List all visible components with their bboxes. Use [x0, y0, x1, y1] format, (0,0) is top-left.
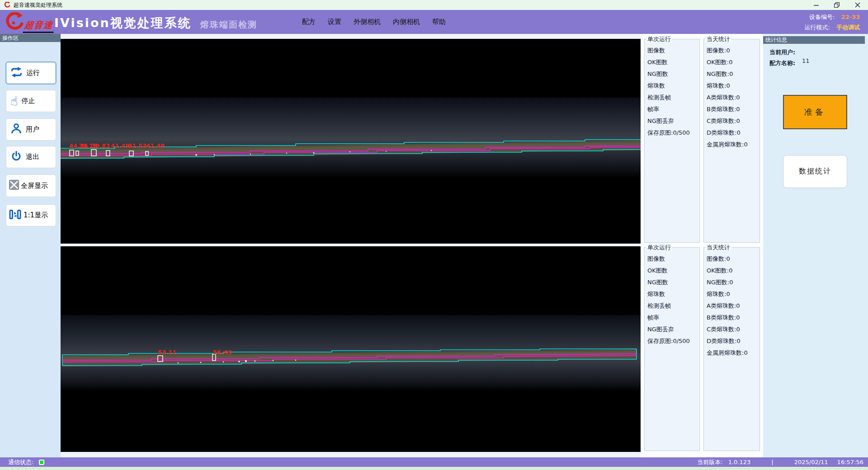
stat-bead-count: 熔珠数	[645, 288, 699, 300]
info-panel: 统计信息 当前用户: 配方名称: 11 准备 数据统计	[763, 34, 868, 457]
restore-button[interactable]	[826, 0, 847, 10]
daily-metal-beads: 金属屑熔珠数:0	[704, 347, 760, 359]
stop-button[interactable]: ☝ 停止	[6, 90, 56, 112]
current-user-label: 当前用户:	[769, 48, 795, 56]
run-mode-label: 运行模式:	[805, 24, 830, 32]
stats-column: 单次运行 图像数 OK图数 NG图数 熔珠数 检测丢帧 帧率 NG图丢弃 保存原…	[641, 34, 763, 457]
device-no-label: 设备编号:	[809, 13, 835, 21]
daily-ok-count: OK图数:0	[704, 56, 760, 68]
daily-c-beads: C类熔珠数:0	[704, 115, 760, 127]
menu-item-recipe[interactable]: 配方	[302, 18, 316, 26]
measurement-label: 39.83	[91, 142, 110, 149]
camera-view-inner: 53.11 56.43	[61, 246, 641, 452]
daily-d-beads: D类熔珠数:0	[704, 127, 760, 139]
stats-panel-top: 单次运行 图像数 OK图数 NG图数 熔珠数 检测丢帧 帧率 NG图丢弃 保存原…	[641, 39, 763, 243]
stat-frame-rate: 帧率	[645, 312, 699, 324]
one-to-one-button[interactable]: 1:1显示	[6, 204, 56, 226]
info-panel-title: 统计信息	[763, 36, 865, 44]
stat-image-count: 图像数	[645, 45, 699, 56]
window-bottom-edge	[0, 467, 868, 470]
sidebar: 操作区 运行 ☝ 停止 用户	[0, 34, 61, 457]
daily-image-count: 图像数:0	[704, 253, 760, 265]
recipe-name-value: 11	[802, 57, 810, 64]
fullscreen-button[interactable]: 全屏显示	[6, 174, 56, 197]
menu-item-inner-camera[interactable]: 内侧相机	[393, 18, 420, 26]
stat-ok-count: OK图数	[645, 56, 699, 68]
exit-button-label: 退出	[26, 153, 39, 161]
measurement-label: 41.49	[111, 142, 129, 149]
stat-ok-count: OK图数	[645, 265, 699, 277]
data-stats-button[interactable]: 数据统计	[783, 155, 847, 188]
window-titlebar: 超音速视觉处理系统	[0, 0, 868, 10]
groupbox-title: 当天统计	[705, 36, 731, 42]
daily-a-beads: A类熔珠数:0	[704, 92, 760, 103]
detection-overlay-outer	[61, 39, 641, 244]
statusbar-date: 2025/02/11	[794, 459, 828, 465]
app-title: IVision视觉处理系统	[54, 15, 192, 31]
version-label: 当前版本:	[697, 458, 722, 466]
menu-item-settings[interactable]: 设置	[328, 18, 341, 26]
daily-bead-count: 熔珠数:0	[704, 288, 760, 300]
stat-image-count: 图像数	[645, 253, 699, 265]
groupbox-title: 当天统计	[705, 244, 731, 251]
daily-b-beads: B类熔珠数:0	[704, 103, 760, 115]
daily-c-beads: C类熔珠数:0	[704, 324, 760, 335]
app-window: 超音速视觉处理系统 超音速 IVision视觉处理系统 熔珠端面检测 配方 设置	[0, 0, 868, 470]
device-no-value: 22-33	[841, 14, 860, 20]
recipe-name-label: 配方名称:	[769, 59, 795, 67]
daily-image-count: 图像数:0	[704, 45, 760, 56]
groupbox-single-run: 单次运行 图像数 OK图数 NG图数 熔珠数 检测丢帧 帧率 NG图丢弃 保存原…	[644, 247, 700, 451]
user-button-label: 用户	[26, 125, 39, 134]
measurement-label: 53.11	[158, 349, 176, 356]
stat-ng-count: NG图数	[645, 68, 699, 80]
measurement-label: 41.49	[146, 142, 165, 149]
measurement-label: 56.43	[213, 349, 231, 356]
ready-button[interactable]: 准备	[783, 95, 847, 129]
stat-lost-frames: 检测丢帧	[645, 92, 699, 103]
version-value: 1.0.123	[728, 459, 751, 465]
sidebar-title: 操作区	[0, 34, 61, 42]
fullscreen-button-label: 全屏显示	[21, 182, 48, 190]
comm-status-label: 通信状态:	[8, 458, 33, 466]
daily-bead-count: 熔珠数:0	[704, 80, 760, 92]
stat-bead-count: 熔珠数	[645, 80, 699, 92]
statusbar-separator: |	[771, 459, 773, 465]
user-icon	[10, 123, 22, 136]
daily-b-beads: B类熔珠数:0	[704, 312, 760, 324]
comm-status-indicator	[39, 460, 44, 465]
stat-lost-frames: 检测丢帧	[645, 300, 699, 312]
run-button[interactable]: 运行	[6, 62, 56, 84]
stop-hand-icon: ☝	[10, 95, 18, 107]
daily-ng-count: NG图数:0	[704, 277, 760, 288]
stat-ng-discard: NG图丢弃	[645, 115, 699, 127]
measurement-label: 31.53	[128, 142, 146, 149]
daily-ng-count: NG图数:0	[704, 68, 760, 80]
stat-ng-count: NG图数	[645, 277, 699, 288]
app-subtitle: 熔珠端面检测	[200, 19, 257, 31]
close-button[interactable]	[847, 0, 868, 10]
app-logo-icon	[4, 2, 10, 8]
one-to-one-button-label: 1:1显示	[24, 211, 48, 220]
exit-button[interactable]: 退出	[6, 146, 56, 168]
groupbox-title: 单次运行	[646, 244, 672, 251]
groupbox-daily: 当天统计 图像数:0 OK图数:0 NG图数:0 熔珠数:0 A类熔珠数:0 B…	[703, 39, 760, 243]
power-icon	[10, 150, 22, 164]
run-icon	[10, 66, 23, 80]
groupbox-daily: 当天统计 图像数:0 OK图数:0 NG图数:0 熔珠数:0 A类熔珠数:0 B…	[703, 247, 760, 451]
menu-item-help[interactable]: 帮助	[432, 18, 446, 26]
groupbox-single-run: 单次运行 图像数 OK图数 NG图数 熔珠数 检测丢帧 帧率 NG图丢弃 保存原…	[644, 39, 700, 243]
stop-button-label: 停止	[21, 97, 35, 105]
detection-overlay-inner	[61, 246, 641, 452]
main-menu: 配方 设置 外侧相机 内侧相机 帮助	[302, 10, 446, 34]
groupbox-title: 单次运行	[646, 36, 672, 42]
brand-logo-icon	[3, 12, 24, 33]
one-to-one-icon	[9, 209, 21, 222]
minimize-button[interactable]	[806, 0, 826, 10]
user-button[interactable]: 用户	[6, 118, 56, 141]
run-button-label: 运行	[26, 69, 40, 77]
stat-frame-rate: 帧率	[645, 103, 699, 115]
daily-metal-beads: 金属屑熔珠数:0	[704, 139, 760, 150]
statusbar-time: 16:57:56	[837, 459, 863, 465]
menu-item-outer-camera[interactable]: 外侧相机	[354, 18, 381, 26]
stat-ng-discard: NG图丢弃	[645, 324, 699, 335]
